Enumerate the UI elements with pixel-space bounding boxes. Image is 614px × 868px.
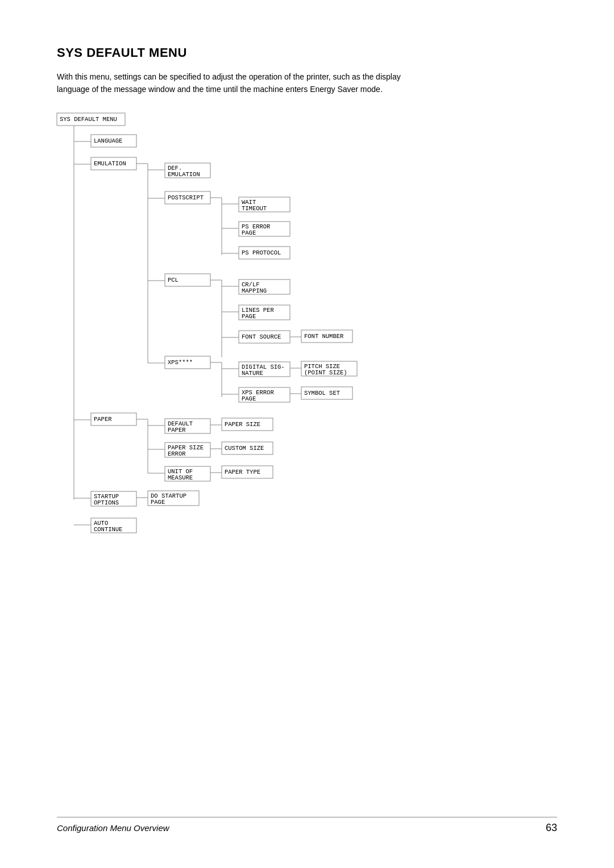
pcl-node: PCL <box>168 277 179 283</box>
font-source-node: FONT SOURCE <box>242 333 281 340</box>
xps-error-page-node2: PAGE <box>242 395 256 402</box>
tree-diagram: SYS DEFAULT MENU LANGUAGE EMULATION DEF.… <box>57 113 557 547</box>
paper-size-node: PAPER SIZE <box>225 421 260 428</box>
postscript-node: POSTSCRIPT <box>168 194 204 201</box>
wait-timeout-node2: TIMEOUT <box>242 205 267 212</box>
symbol-set-node: SYMBOL SET <box>304 390 340 397</box>
lines-per-page-node2: PAGE <box>242 313 256 320</box>
footer-right: 63 <box>546 822 557 834</box>
footer-left: Configuration Menu Overview <box>57 823 169 833</box>
startup-options-node2: OPTIONS <box>94 499 119 506</box>
root-node: SYS DEFAULT MENU <box>60 116 117 123</box>
paper-type-node: PAPER TYPE <box>225 469 260 475</box>
description: With this menu, settings can be specifie… <box>57 70 409 96</box>
default-paper-node2: PAPER <box>168 427 186 433</box>
ps-protocol-node: PS PROTOCOL <box>242 249 281 256</box>
language-node: LANGUAGE <box>94 137 122 144</box>
svg-rect-66 <box>57 539 370 540</box>
page-title: SYS DEFAULT MENU <box>57 45 557 60</box>
emulation-node: EMULATION <box>94 160 126 167</box>
def-emulation-node2: EMULATION <box>168 171 200 178</box>
crlf-mapping-node2: MAPPING <box>242 287 267 294</box>
xps-node: XPS**** <box>168 359 193 366</box>
digital-sig-node2: NATURE <box>242 370 263 377</box>
auto-continue-node2: CONTINUE <box>94 526 122 533</box>
paper-size-error-node2: ERROR <box>168 450 186 457</box>
font-number-node: FONT NUMBER <box>304 333 344 340</box>
pitch-size-node2: (POINT SIZE) <box>304 369 347 376</box>
do-startup-page-node2: PAGE <box>151 499 165 506</box>
custom-size-node: CUSTOM SIZE <box>225 445 264 452</box>
unit-measure-node2: MEASURE <box>168 474 193 481</box>
ps-error-page-node2: PAGE <box>242 229 256 236</box>
paper-node: PAPER <box>94 416 112 423</box>
footer: Configuration Menu Overview 63 <box>57 817 557 834</box>
